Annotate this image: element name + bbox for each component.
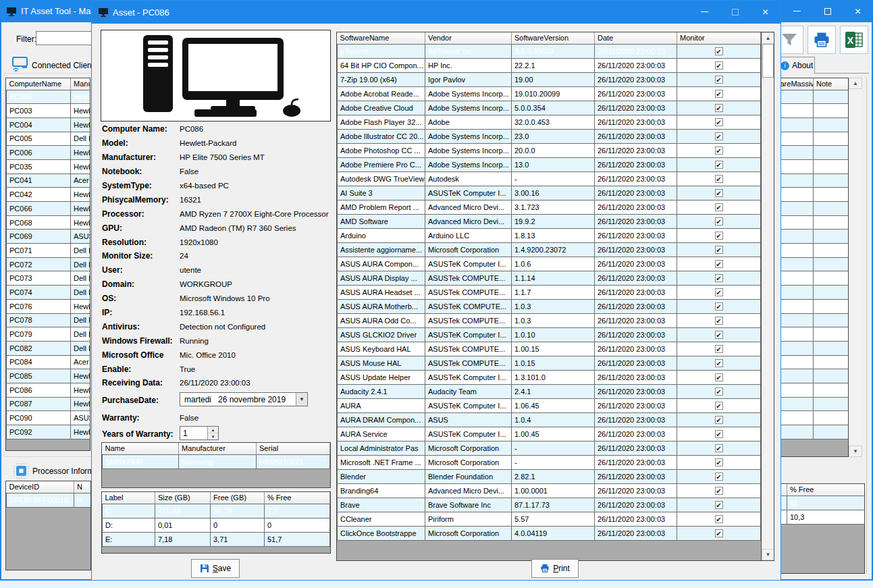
main-maximize-button[interactable] — [812, 0, 843, 22]
column-header[interactable]: Note — [814, 78, 849, 90]
monitor-checkbox[interactable]: ✔ — [715, 501, 723, 509]
monitor-checkbox[interactable]: ✔ — [715, 189, 723, 197]
monitor-checkbox[interactable]: ✔ — [715, 359, 723, 367]
monitor-checkbox[interactable]: ✔ — [715, 473, 723, 481]
table-row[interactable]: PC085Hewlet — [7, 369, 91, 383]
disk-table[interactable]: LabelSize (GB)Free (GB)% FreeC:475,8836,… — [101, 491, 331, 554]
table-row[interactable]: Adobe Acrobat Reade...Adobe Systems Inco… — [338, 86, 761, 101]
table-row[interactable] — [778, 286, 849, 300]
column-header[interactable]: areMassiv — [778, 78, 814, 90]
spinner-buttons[interactable]: ▲ ▼ — [207, 427, 218, 439]
table-row[interactable] — [778, 299, 849, 313]
table-row[interactable]: AURA ServiceASUSTeK Computer I...1.00.45… — [338, 427, 761, 441]
table-row[interactable] — [778, 313, 849, 327]
monitor-checkbox[interactable]: ✔ — [715, 246, 723, 254]
table-row[interactable]: 10,3 — [781, 510, 866, 524]
table-row[interactable]: ASUS Update HelperASUSTeK Computer I...1… — [338, 370, 761, 384]
table-row[interactable]: PC004Hewlet — [7, 117, 91, 132]
monitor-checkbox[interactable]: ✔ — [715, 146, 723, 155]
monitor-checkbox[interactable]: ✔ — [715, 373, 723, 381]
table-row[interactable]: C:475,8836,787,7 — [103, 504, 330, 518]
table-row[interactable] — [778, 425, 849, 439]
table-row[interactable]: Assistente aggiorname...Microsoft Corpor… — [338, 242, 761, 257]
table-row[interactable]: ASUS Mouse HALASUSTek COMPUTE...1.0.1526… — [338, 356, 761, 370]
table-row[interactable]: SMBX2440SamsungH9XB210221 — [103, 454, 330, 469]
table-row[interactable]: PC082Dell Inc — [7, 341, 91, 355]
table-row[interactable] — [778, 397, 849, 411]
dialog-maximize-button[interactable] — [720, 1, 750, 23]
table-row[interactable]: Local Administrator PasMicrosoft Corpora… — [338, 441, 761, 455]
column-header[interactable]: N — [74, 481, 92, 493]
table-row[interactable]: µTorrentBitTorrent Inc.3.5.5.4560826/11/… — [338, 44, 761, 58]
table-row[interactable] — [778, 369, 849, 383]
table-row[interactable] — [778, 132, 849, 146]
column-header[interactable]: SoftwareVersion — [512, 32, 595, 44]
years-of-warranty-input[interactable] — [180, 427, 207, 439]
table-row[interactable]: ArduinoArduino LLC1.8.1326/11/2020 23:00… — [338, 228, 761, 242]
table-row[interactable] — [778, 257, 849, 271]
free-space-table[interactable]: % Free8110,3 — [780, 483, 865, 574]
table-row[interactable]: BraveBrave Software Inc87.1.17.7326/11/2… — [338, 498, 761, 512]
monitor-checkbox[interactable]: ✔ — [715, 317, 723, 325]
purchase-date-combobox[interactable]: martedi 26 novembre 2019 ▼ — [180, 392, 308, 406]
monitor-checkbox[interactable]: ✔ — [715, 274, 723, 282]
table-row[interactable]: PC078Dell Inc — [7, 313, 91, 327]
table-row[interactable]: BlenderBlender Foundation2.82.126/11/202… — [338, 469, 761, 483]
monitor-checkbox[interactable]: ✔ — [715, 203, 723, 211]
column-header[interactable]: Name — [103, 443, 179, 454]
monitor-checkbox[interactable]: ✔ — [715, 402, 723, 410]
scroll-up-icon[interactable]: ▲ — [762, 32, 774, 44]
table-row[interactable]: PC074Dell Inc — [7, 286, 91, 300]
table-row[interactable]: D:0,0100 — [103, 518, 330, 532]
chevron-down-icon[interactable]: ▼ — [296, 393, 307, 406]
table-row[interactable] — [778, 341, 849, 355]
table-row[interactable]: Adobe Photoshop CC ...Adobe Systems Inco… — [338, 143, 761, 157]
column-header[interactable]: Size (GB) — [155, 492, 211, 504]
table-row[interactable]: ClickOnce BootstrappeMicrosoft Corporati… — [338, 526, 761, 540]
toolbar-print-button[interactable] — [808, 26, 836, 54]
years-of-warranty-stepper[interactable]: ▲ ▼ — [180, 426, 219, 440]
table-row[interactable] — [778, 202, 849, 216]
table-row[interactable]: ASUS GLCKIO2 DriverASUSTeK Computer I...… — [338, 327, 761, 342]
monitor-checkbox[interactable]: ✔ — [715, 345, 723, 353]
column-header[interactable]: Manufacturer — [71, 78, 91, 90]
table-row[interactable] — [778, 411, 849, 425]
scroll-down-icon[interactable]: ▼ — [849, 446, 862, 457]
dialog-close-button[interactable]: ✕ — [750, 1, 781, 23]
table-row[interactable]: ASUS AURA Odd Co...ASUSTek COMPUTE...1.0… — [338, 313, 761, 327]
table-row[interactable] — [778, 159, 849, 173]
table-row[interactable]: Adobe Creative CloudAdobe Systems Incorp… — [338, 101, 761, 115]
table-row[interactable]: BFEBFBFF00010...P — [7, 493, 92, 507]
column-header[interactable]: Label — [103, 492, 155, 504]
table-row[interactable]: AMD Problem Report ...Advanced Micro Dev… — [338, 200, 761, 214]
monitor-checkbox[interactable]: ✔ — [715, 90, 723, 98]
monitor-checkbox[interactable]: ✔ — [715, 387, 723, 396]
table-row[interactable]: ASUS AURA Display ...ASUSTek COMPUTE...1… — [338, 271, 761, 285]
table-row[interactable] — [778, 244, 849, 258]
table-row[interactable]: PC066Hewlet — [7, 202, 91, 216]
table-row[interactable] — [778, 188, 849, 202]
table-row[interactable]: Adobe Flash Player 32...Adobe32.0.0.4532… — [338, 115, 761, 129]
monitor-checkbox[interactable]: ✔ — [715, 444, 723, 452]
processor-table[interactable]: DeviceIDNBFEBFBFF00010...P — [5, 481, 91, 570]
ram-table[interactable]: NameManufacturerSerialSMBX2440SamsungH9X… — [101, 442, 331, 488]
monitor-checkbox[interactable]: ✔ — [715, 104, 723, 112]
save-button[interactable]: Save — [191, 559, 240, 578]
table-row[interactable]: ASUS AURA Headset ...ASUSTek COMPUTE...1… — [338, 285, 761, 299]
table-row[interactable]: AURAASUSTeK Computer I...1.06.4526/11/20… — [338, 398, 761, 412]
table-row[interactable]: PC069ASUST — [7, 230, 91, 244]
table-row[interactable]: ASUS AURA Compon...ASUSTeK Computer I...… — [338, 257, 761, 271]
column-header[interactable] — [781, 484, 787, 496]
column-header[interactable]: Date — [595, 32, 677, 44]
software-table[interactable]: SoftwareNameVendorSoftwareVersionDateMon… — [336, 32, 774, 561]
column-header[interactable]: Monitor — [677, 32, 761, 44]
table-row[interactable]: PC003Hewlet — [7, 104, 91, 118]
main-minimize-button[interactable] — [782, 0, 812, 22]
column-header[interactable]: % Free — [265, 492, 330, 504]
table-row[interactable]: PC001Hewlet — [7, 90, 91, 104]
main-close-button[interactable]: ✕ — [843, 0, 873, 22]
table-row[interactable] — [778, 90, 849, 104]
table-row[interactable]: PC041Acer — [7, 173, 91, 188]
table-row[interactable]: AMD SoftwareAdvanced Micro Devi...19.9.2… — [338, 214, 761, 228]
monitor-checkbox[interactable]: ✔ — [715, 76, 723, 84]
